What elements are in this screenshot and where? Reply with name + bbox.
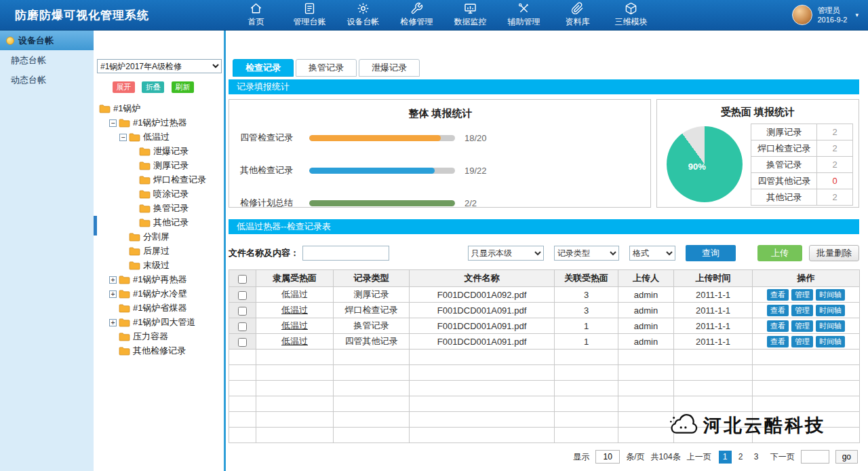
timeline-button[interactable]: 时间轴 [816,336,845,347]
surface-stat-label: 其他记录 [751,189,817,206]
tree-node-label: 焊口检查记录 [153,174,206,186]
tree-node-label: #1锅炉水冷壁 [133,288,186,300]
view-button[interactable]: 查看 [767,320,789,332]
timeline-button[interactable]: 时间轴 [816,305,845,316]
tree-node-label: 换管记录 [153,202,189,214]
surface-link[interactable]: 低温过 [281,320,308,331]
refresh-button[interactable]: 刷新 [172,81,194,93]
progress-bars: 四管检查记录18/20其他检查记录19/22检修计划总结2/2 [240,132,641,209]
tree-node[interactable]: 其他检修记录 [94,344,224,358]
overall-stats-title: 整体 填报统计 [240,107,641,120]
tree-node[interactable]: #1锅炉 [94,102,224,116]
nav-item-home[interactable]: 首页 [229,0,283,31]
folder-icon [119,346,130,356]
search-button[interactable]: 查询 [686,245,736,261]
surface-link[interactable]: 低温过 [281,305,308,315]
sidebar-item-dynamic-ledger[interactable]: 动态台帐 [0,70,94,90]
select-all-checkbox[interactable] [238,275,247,284]
go-button[interactable]: go [835,450,858,464]
equipment-tree: #1锅炉−#1锅炉过热器−低温过泄爆记录测厚记录焊口检查记录喷涂记录换管记录其他… [94,102,224,358]
tree-node[interactable]: 换管记录 [94,202,224,216]
filename-filter-input[interactable] [302,246,389,261]
nav-item-data-monitor[interactable]: 数据监控 [443,0,497,31]
view-button[interactable]: 查看 [767,305,789,316]
goto-page-input[interactable] [801,450,829,464]
manage-button[interactable]: 管理 [791,336,813,347]
tab-burst-records[interactable]: 泄爆记录 [359,59,420,77]
header-checkbox-cell [229,270,256,287]
row-checkbox[interactable] [238,291,247,300]
tree-node[interactable]: 泄爆记录 [94,145,224,159]
user-box[interactable]: 管理员 2016-9-2 ▾ [792,5,868,25]
tree-node[interactable]: 焊口检查记录 [94,173,224,187]
page-number-2[interactable]: 2 [734,451,747,464]
batch-delete-button[interactable]: 批量删除 [809,245,859,261]
timeline-button[interactable]: 时间轴 [816,289,845,301]
sidebar-item-static-ledger[interactable]: 静态台帐 [0,50,94,70]
tree-scrollbar-thumb[interactable] [94,216,97,236]
manage-button[interactable]: 管理 [791,305,813,316]
nav-item-maintenance[interactable]: 检修管理 [390,0,443,31]
surface-stat-label: 焊口检查记录 [751,140,817,157]
tree-node[interactable]: 测厚记录 [94,159,224,173]
nav-item-management-ledger[interactable]: 管理台账 [283,0,336,31]
tree-node[interactable]: −低温过 [94,130,224,145]
format-select[interactable]: 格式 [629,246,675,261]
timeline-button[interactable]: 时间轴 [816,320,845,332]
upload-button[interactable]: 上传 [757,245,802,261]
collapse-node-icon[interactable]: − [119,134,127,141]
table-row: 低温过四管其他记录F001DCD001A091.pdf1admin2011-1-… [229,334,860,350]
tree-node[interactable]: −#1锅炉过热器 [94,116,224,130]
assoc-surface-cell: 3 [555,287,618,303]
tree-node[interactable]: 末级过 [94,259,224,273]
record-type-select[interactable]: 记录类型 [554,246,619,261]
tree-node[interactable]: +#1锅炉水冷壁 [94,287,224,301]
record-tabs: 检查记录换管记录泄爆记录 [229,59,859,77]
next-page-button[interactable]: 下一页 [770,451,795,463]
column-header: 上传人 [618,270,674,287]
expand-button[interactable]: 展开 [113,81,135,93]
tree-node[interactable]: 其他记录 [94,216,224,230]
tree-node[interactable]: +#1锅炉再热器 [94,273,224,287]
row-checkbox[interactable] [238,307,247,316]
upload-time-cell: 2011-1-1 [674,287,753,303]
sidebar-item-equipment-ledger[interactable]: 设备台帐 [0,31,94,50]
tree-node[interactable]: 分割屏 [94,230,224,244]
tree-node[interactable]: 后屏过 [94,244,224,259]
tree-node[interactable]: 压力容器 [94,330,224,344]
progress-label: 检修计划总结 [240,197,309,209]
expand-node-icon[interactable]: + [109,319,117,326]
tree-node-label: 其他检修记录 [133,345,186,357]
tree-node[interactable]: 喷涂记录 [94,187,224,202]
collapse-node-icon[interactable]: − [109,119,117,127]
manage-button[interactable]: 管理 [791,289,813,301]
per-page-label: 条/页 [626,451,644,463]
progress-value: 2/2 [465,198,477,208]
surface-link[interactable]: 低温过 [281,336,308,346]
tree-node[interactable]: #1锅炉省煤器 [94,301,224,316]
nav-item-library[interactable]: 资料库 [551,0,604,31]
page-number-1[interactable]: 1 [719,451,732,464]
manage-button[interactable]: 管理 [791,320,813,332]
progress-value: 19/22 [465,166,487,176]
nav-item-auxiliary[interactable]: 辅助管理 [497,0,551,31]
nav-item-equipment-ledger[interactable]: 设备台帐 [336,0,390,31]
page-size-input[interactable] [595,450,620,464]
collapse-button[interactable]: 折叠 [142,81,164,93]
tree-node[interactable]: +#1锅炉四大管道 [94,316,224,330]
expand-node-icon[interactable]: + [109,276,117,284]
inspection-round-select[interactable]: #1锅炉2017年A级检修 [97,59,222,73]
view-button[interactable]: 查看 [767,336,789,347]
nav-item-3d-module[interactable]: 三维模块 [604,0,658,31]
prev-page-button[interactable]: 上一页 [687,451,711,463]
scope-select[interactable]: 只显示本级 [468,246,544,261]
tab-inspection-records[interactable]: 检查记录 [233,59,294,77]
file-name-cell: F001DCD001A092.pdf [410,287,555,303]
row-checkbox[interactable] [238,322,247,331]
expand-node-icon[interactable]: + [109,290,117,298]
view-button[interactable]: 查看 [767,289,789,301]
row-checkbox[interactable] [238,338,247,347]
page-number-3[interactable]: 3 [750,451,763,464]
pie-percentage-label: 90% [688,162,706,172]
tab-tube-change-records[interactable]: 换管记录 [296,59,357,77]
